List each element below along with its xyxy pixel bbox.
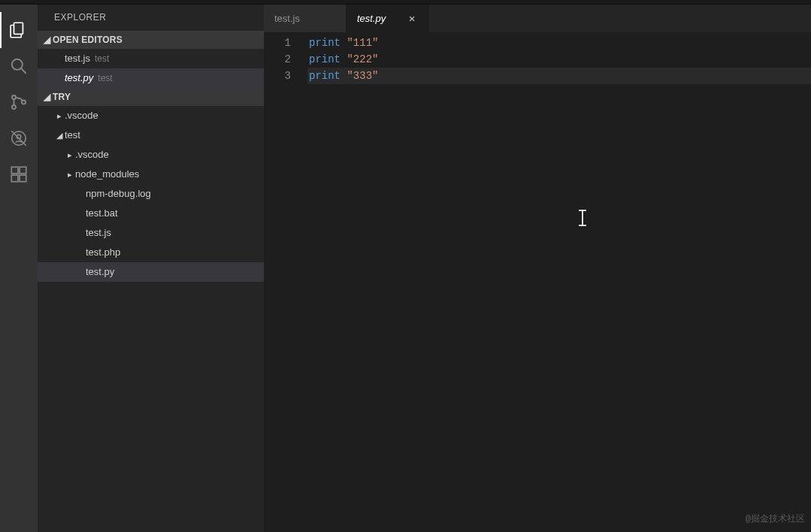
files-icon bbox=[9, 20, 29, 40]
main-layout: EXPLORER ◢ OPEN EDITORS test.jstesttest.… bbox=[0, 5, 811, 532]
activity-scm[interactable] bbox=[0, 84, 38, 120]
tab-bar-filler bbox=[429, 5, 811, 32]
tree-item-label: npm-debug.log bbox=[86, 184, 151, 204]
token-keyword: print bbox=[309, 37, 340, 49]
line-number: 1 bbox=[264, 35, 291, 51]
tree-item-label: test.php bbox=[86, 243, 120, 262]
open-editor-path: test bbox=[98, 68, 112, 88]
file-item[interactable]: test.bat bbox=[38, 204, 264, 223]
folder-label: TRY bbox=[53, 88, 71, 106]
tree-item-label: .vscode bbox=[65, 106, 98, 125]
editor-tab[interactable]: test.js× bbox=[264, 5, 346, 32]
tree-item-label: test bbox=[65, 125, 80, 145]
text-cursor-icon bbox=[582, 210, 583, 225]
token-keyword: print bbox=[309, 70, 340, 82]
file-item[interactable]: test.php bbox=[38, 243, 264, 262]
editor-pane: test.js×test.py× 123 print "111"print "2… bbox=[264, 5, 811, 532]
git-icon bbox=[9, 92, 29, 112]
chevron-down-icon: ◢ bbox=[42, 88, 53, 106]
svg-rect-12 bbox=[20, 167, 26, 174]
token-string: "333" bbox=[346, 70, 378, 82]
tree-item-label: .vscode bbox=[75, 145, 109, 165]
open-editor-item[interactable]: test.pytest bbox=[38, 68, 264, 88]
open-editor-name: test.js bbox=[65, 49, 90, 68]
tree-item-label: test.js bbox=[86, 223, 111, 243]
code-line[interactable]: print "333" bbox=[307, 68, 811, 84]
tab-label: test.py bbox=[357, 13, 400, 24]
tab-label: test.js bbox=[274, 13, 317, 24]
svg-point-5 bbox=[22, 101, 26, 104]
folder-header[interactable]: ◢ TRY bbox=[38, 88, 264, 106]
folder-item[interactable]: ▸.vscode bbox=[38, 106, 264, 125]
folder-item[interactable]: ▸node_modules bbox=[38, 165, 264, 184]
open-editor-name: test.py bbox=[65, 68, 93, 88]
svg-point-8 bbox=[17, 135, 20, 138]
file-tree: ▸.vscode◢test▸.vscode▸node_modulesnpm-de… bbox=[38, 106, 264, 282]
watermark: @掘金技术社区 bbox=[746, 511, 805, 527]
tree-item-label: test.py bbox=[86, 262, 114, 282]
file-item[interactable]: test.js bbox=[38, 223, 264, 243]
editor-tab[interactable]: test.py× bbox=[346, 5, 429, 32]
open-editor-path: test bbox=[95, 49, 109, 68]
activity-explorer[interactable] bbox=[0, 12, 38, 48]
chevron-down-icon: ◢ bbox=[54, 125, 65, 145]
svg-rect-11 bbox=[20, 175, 26, 182]
line-number: 2 bbox=[264, 51, 291, 68]
close-icon[interactable]: × bbox=[406, 12, 418, 25]
tree-item-label: node_modules bbox=[75, 165, 139, 184]
sidebar: EXPLORER ◢ OPEN EDITORS test.jstesttest.… bbox=[38, 5, 264, 532]
activity-extensions[interactable] bbox=[0, 156, 38, 192]
svg-point-1 bbox=[12, 59, 23, 70]
editor[interactable]: 123 print "111"print "222"print "333" @掘… bbox=[264, 32, 811, 532]
extensions-icon bbox=[9, 165, 29, 184]
line-number-gutter: 123 bbox=[264, 35, 307, 532]
svg-point-4 bbox=[12, 105, 16, 109]
activity-bar bbox=[0, 5, 38, 532]
sidebar-title: EXPLORER bbox=[38, 5, 264, 31]
code-lines[interactable]: print "111"print "222"print "333" bbox=[307, 35, 811, 532]
token-keyword: print bbox=[309, 53, 340, 65]
open-editor-item[interactable]: test.jstest bbox=[38, 49, 264, 68]
chevron-right-icon: ▸ bbox=[54, 106, 65, 125]
open-editors-label: OPEN EDITORS bbox=[53, 31, 123, 49]
svg-rect-0 bbox=[14, 23, 23, 34]
svg-rect-10 bbox=[11, 175, 18, 182]
token-string: "222" bbox=[346, 53, 378, 65]
svg-point-3 bbox=[12, 95, 16, 99]
tab-bar: test.js×test.py× bbox=[264, 5, 811, 32]
chevron-right-icon: ▸ bbox=[65, 145, 75, 165]
file-item[interactable]: npm-debug.log bbox=[38, 184, 264, 204]
folder-item[interactable]: ▸.vscode bbox=[38, 145, 264, 165]
open-editors-header[interactable]: ◢ OPEN EDITORS bbox=[38, 31, 264, 49]
line-number: 3 bbox=[264, 68, 291, 84]
token-string: "111" bbox=[346, 37, 378, 49]
activity-search[interactable] bbox=[0, 48, 38, 84]
code-line[interactable]: print "111" bbox=[307, 35, 811, 51]
chevron-down-icon: ◢ bbox=[42, 31, 53, 49]
tree-item-label: test.bat bbox=[86, 204, 118, 223]
code-line[interactable]: print "222" bbox=[307, 51, 811, 68]
file-item[interactable]: test.py bbox=[38, 262, 264, 282]
svg-line-2 bbox=[21, 68, 26, 74]
search-icon bbox=[9, 56, 29, 76]
chevron-right-icon: ▸ bbox=[65, 165, 75, 184]
svg-rect-9 bbox=[11, 167, 18, 174]
debug-icon bbox=[9, 128, 29, 148]
activity-debug[interactable] bbox=[0, 120, 38, 156]
open-editors-list: test.jstesttest.pytest bbox=[38, 49, 264, 88]
folder-item[interactable]: ◢test bbox=[38, 125, 264, 145]
